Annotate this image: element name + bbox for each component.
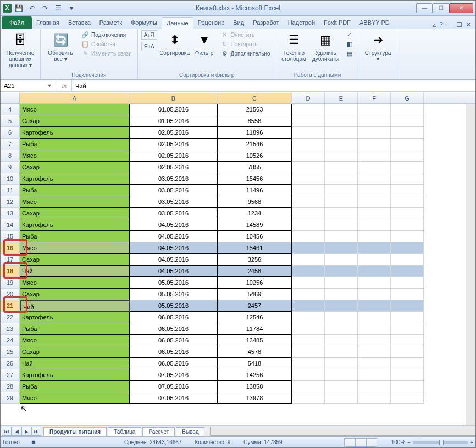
cell[interactable]: 03.05.2016 (130, 185, 218, 196)
consolidate-button[interactable]: ◧ (344, 40, 356, 48)
cell[interactable] (358, 196, 391, 208)
row-header[interactable]: 22 (1, 312, 20, 323)
cell[interactable] (292, 139, 325, 150)
table-row[interactable]: 12Мясо03.05.20169568 (1, 196, 475, 208)
row-header[interactable]: 20 (1, 289, 20, 300)
row-header[interactable]: 13 (1, 208, 20, 219)
tab-view[interactable]: Вид (229, 16, 248, 29)
macro-record-icon[interactable]: ⏺ (31, 439, 36, 445)
filter-button[interactable]: ▼ Фильтр (192, 30, 217, 57)
cell[interactable] (391, 173, 424, 185)
table-row[interactable]: 23Рыба06.05.201611784 (1, 323, 475, 335)
formula-input[interactable]: Чай (72, 80, 475, 91)
cell[interactable] (391, 277, 424, 289)
cell[interactable] (292, 358, 325, 369)
table-row[interactable]: 5Сахар01.05.20168556 (1, 115, 475, 127)
cell[interactable] (325, 196, 358, 208)
cell[interactable] (325, 242, 358, 254)
cell[interactable]: 01.05.2016 (130, 104, 218, 115)
cell[interactable] (325, 254, 358, 266)
cell[interactable]: 14589 (218, 219, 292, 231)
cell[interactable]: Чай (20, 266, 130, 277)
tab-layout[interactable]: Разметк (95, 16, 126, 29)
tab-addins[interactable]: Надстрой (284, 16, 319, 29)
sheet-next-icon[interactable]: ▶ (21, 427, 31, 436)
name-box-dropdown-icon[interactable]: ▼ (46, 83, 53, 89)
table-row[interactable]: 10Картофель03.05.201615456 (1, 173, 475, 185)
table-row[interactable]: 9Сахар02.05.20167855 (1, 162, 475, 173)
row-header[interactable]: 24 (1, 335, 20, 346)
cell[interactable] (325, 335, 358, 346)
cell[interactable]: 02.05.2016 (130, 139, 218, 150)
cell[interactable]: 01.05.2016 (130, 115, 218, 127)
cell[interactable] (292, 208, 325, 219)
zoom-in-button[interactable]: + (470, 439, 473, 445)
cell[interactable] (292, 277, 325, 289)
doc-minimize-icon[interactable]: — (446, 21, 453, 29)
tab-data[interactable]: Данные (162, 17, 193, 29)
cell[interactable] (292, 104, 325, 115)
cell[interactable]: 04.05.2016 (130, 219, 218, 231)
name-box[interactable]: A21 ▼ (1, 80, 57, 91)
row-header[interactable]: 7 (1, 139, 20, 150)
cell[interactable] (358, 127, 391, 139)
row-header[interactable]: 25 (1, 346, 20, 358)
sheet-tab[interactable]: Вывод (176, 427, 204, 436)
doc-restore-icon[interactable]: ☐ (456, 21, 462, 29)
cell[interactable]: Рыба (20, 185, 130, 196)
cell[interactable] (358, 323, 391, 335)
clear-filter-button[interactable]: ✕Очистить (219, 30, 273, 39)
spreadsheet-grid[interactable]: A B C D E F G 4Мясо01.05.2016215635Сахар… (1, 93, 475, 425)
cell[interactable]: 03.05.2016 (130, 173, 218, 185)
cell[interactable] (325, 266, 358, 277)
row-header[interactable]: 16 (1, 242, 20, 254)
tab-insert[interactable]: Вставка (64, 16, 95, 29)
cell[interactable] (292, 289, 325, 300)
cell[interactable] (292, 300, 325, 312)
qat-redo-icon[interactable]: ↷ (39, 2, 51, 14)
row-header[interactable]: 14 (1, 219, 20, 231)
doc-close-icon[interactable]: ✕ (466, 21, 471, 29)
cell[interactable] (391, 162, 424, 173)
cell[interactable]: 07.05.2016 (130, 392, 218, 404)
cell[interactable]: Сахар (20, 115, 130, 127)
cell[interactable] (391, 150, 424, 162)
cell[interactable]: Сахар (20, 346, 130, 358)
tab-home[interactable]: Главная (32, 16, 64, 29)
cell[interactable]: 9568 (218, 196, 292, 208)
cell[interactable]: 12546 (218, 312, 292, 323)
sheet-last-icon[interactable]: ⏭ (31, 427, 41, 436)
row-header[interactable]: 23 (1, 323, 20, 335)
cell[interactable] (358, 173, 391, 185)
cell[interactable]: Рыба (20, 323, 130, 335)
cell[interactable] (358, 369, 391, 381)
cell[interactable] (391, 289, 424, 300)
cell[interactable] (292, 335, 325, 346)
sort-az-button[interactable]: А↓Я (141, 30, 157, 40)
cell[interactable]: 2457 (218, 300, 292, 312)
cell[interactable]: 13978 (218, 392, 292, 404)
cell[interactable] (325, 185, 358, 196)
tab-formulas[interactable]: Формулы (126, 16, 162, 29)
table-row[interactable]: 24Мясо06.05.201613485 (1, 335, 475, 346)
cell[interactable] (391, 127, 424, 139)
cell[interactable]: 15456 (218, 173, 292, 185)
cell[interactable]: 13485 (218, 335, 292, 346)
refresh-all-button[interactable]: 🔄 Обновить все ▾ (44, 30, 77, 63)
col-header-G[interactable]: G (391, 93, 424, 103)
table-row[interactable]: 14Картофель04.05.201614589 (1, 219, 475, 231)
text-to-columns-button[interactable]: ☰ Текст по столбцам (280, 30, 308, 63)
cell[interactable]: Картофель (20, 127, 130, 139)
cell[interactable] (391, 139, 424, 150)
cell[interactable] (358, 139, 391, 150)
cell[interactable]: Мясо (20, 104, 130, 115)
horizontal-scrollbar[interactable] (210, 427, 475, 436)
cell[interactable]: 4578 (218, 346, 292, 358)
cell[interactable] (358, 346, 391, 358)
cell[interactable] (358, 231, 391, 242)
cell[interactable] (325, 312, 358, 323)
cell[interactable] (325, 381, 358, 392)
cell[interactable] (325, 346, 358, 358)
table-row[interactable]: 15Рыба04.05.201610456 (1, 231, 475, 242)
row-header[interactable]: 6 (1, 127, 20, 139)
